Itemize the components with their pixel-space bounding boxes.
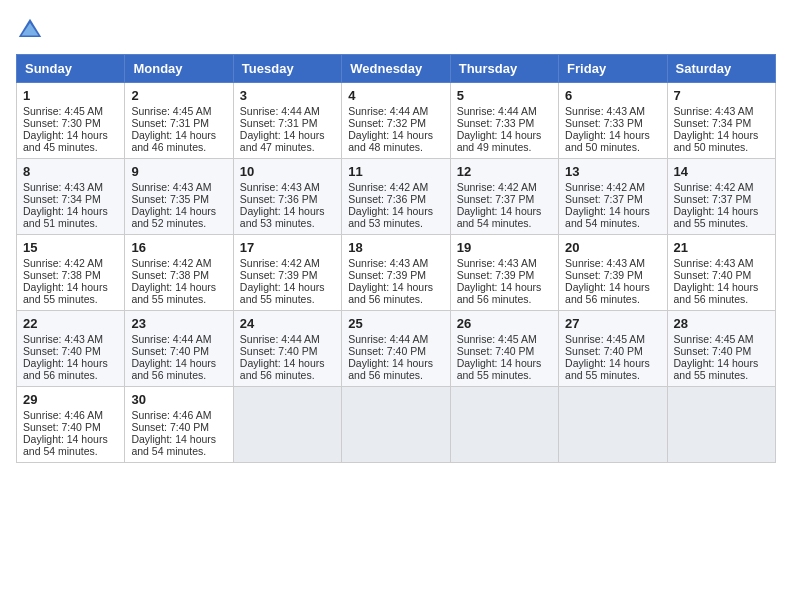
calendar-cell: 21Sunrise: 4:43 AMSunset: 7:40 PMDayligh… xyxy=(667,235,775,311)
day-number: 9 xyxy=(131,164,226,179)
sunrise-text: Sunrise: 4:44 AM xyxy=(240,333,335,345)
calendar-cell xyxy=(559,387,667,463)
daylight-text: Daylight: 14 hours and 56 minutes. xyxy=(565,281,660,305)
calendar-cell: 29Sunrise: 4:46 AMSunset: 7:40 PMDayligh… xyxy=(17,387,125,463)
day-number: 20 xyxy=(565,240,660,255)
calendar-cell: 24Sunrise: 4:44 AMSunset: 7:40 PMDayligh… xyxy=(233,311,341,387)
sunrise-text: Sunrise: 4:45 AM xyxy=(565,333,660,345)
sunrise-text: Sunrise: 4:44 AM xyxy=(240,105,335,117)
sunrise-text: Sunrise: 4:43 AM xyxy=(674,105,769,117)
day-number: 13 xyxy=(565,164,660,179)
sunset-text: Sunset: 7:31 PM xyxy=(131,117,226,129)
day-header-thursday: Thursday xyxy=(450,55,558,83)
sunrise-text: Sunrise: 4:45 AM xyxy=(674,333,769,345)
daylight-text: Daylight: 14 hours and 54 minutes. xyxy=(457,205,552,229)
sunrise-text: Sunrise: 4:44 AM xyxy=(348,333,443,345)
calendar-cell: 12Sunrise: 4:42 AMSunset: 7:37 PMDayligh… xyxy=(450,159,558,235)
sunrise-text: Sunrise: 4:42 AM xyxy=(240,257,335,269)
calendar: SundayMondayTuesdayWednesdayThursdayFrid… xyxy=(16,54,776,463)
calendar-cell xyxy=(667,387,775,463)
sunset-text: Sunset: 7:39 PM xyxy=(240,269,335,281)
day-number: 24 xyxy=(240,316,335,331)
calendar-cell xyxy=(342,387,450,463)
sunrise-text: Sunrise: 4:45 AM xyxy=(23,105,118,117)
day-number: 4 xyxy=(348,88,443,103)
day-number: 11 xyxy=(348,164,443,179)
calendar-cell: 1Sunrise: 4:45 AMSunset: 7:30 PMDaylight… xyxy=(17,83,125,159)
calendar-cell: 22Sunrise: 4:43 AMSunset: 7:40 PMDayligh… xyxy=(17,311,125,387)
sunrise-text: Sunrise: 4:42 AM xyxy=(348,181,443,193)
daylight-text: Daylight: 14 hours and 55 minutes. xyxy=(131,281,226,305)
sunset-text: Sunset: 7:39 PM xyxy=(348,269,443,281)
sunset-text: Sunset: 7:39 PM xyxy=(457,269,552,281)
sunrise-text: Sunrise: 4:46 AM xyxy=(23,409,118,421)
sunrise-text: Sunrise: 4:44 AM xyxy=(457,105,552,117)
calendar-cell: 27Sunrise: 4:45 AMSunset: 7:40 PMDayligh… xyxy=(559,311,667,387)
daylight-text: Daylight: 14 hours and 56 minutes. xyxy=(457,281,552,305)
calendar-cell: 18Sunrise: 4:43 AMSunset: 7:39 PMDayligh… xyxy=(342,235,450,311)
sunrise-text: Sunrise: 4:43 AM xyxy=(131,181,226,193)
day-number: 15 xyxy=(23,240,118,255)
sunrise-text: Sunrise: 4:46 AM xyxy=(131,409,226,421)
sunset-text: Sunset: 7:40 PM xyxy=(457,345,552,357)
day-header-tuesday: Tuesday xyxy=(233,55,341,83)
calendar-cell xyxy=(233,387,341,463)
day-header-friday: Friday xyxy=(559,55,667,83)
calendar-cell: 4Sunrise: 4:44 AMSunset: 7:32 PMDaylight… xyxy=(342,83,450,159)
calendar-week-1: 1Sunrise: 4:45 AMSunset: 7:30 PMDaylight… xyxy=(17,83,776,159)
calendar-cell: 13Sunrise: 4:42 AMSunset: 7:37 PMDayligh… xyxy=(559,159,667,235)
day-number: 8 xyxy=(23,164,118,179)
daylight-text: Daylight: 14 hours and 55 minutes. xyxy=(23,281,118,305)
sunset-text: Sunset: 7:36 PM xyxy=(240,193,335,205)
sunset-text: Sunset: 7:37 PM xyxy=(674,193,769,205)
sunset-text: Sunset: 7:31 PM xyxy=(240,117,335,129)
daylight-text: Daylight: 14 hours and 56 minutes. xyxy=(348,281,443,305)
sunset-text: Sunset: 7:32 PM xyxy=(348,117,443,129)
daylight-text: Daylight: 14 hours and 46 minutes. xyxy=(131,129,226,153)
daylight-text: Daylight: 14 hours and 53 minutes. xyxy=(348,205,443,229)
calendar-cell: 15Sunrise: 4:42 AMSunset: 7:38 PMDayligh… xyxy=(17,235,125,311)
sunrise-text: Sunrise: 4:43 AM xyxy=(348,257,443,269)
daylight-text: Daylight: 14 hours and 52 minutes. xyxy=(131,205,226,229)
sunset-text: Sunset: 7:34 PM xyxy=(674,117,769,129)
calendar-cell: 3Sunrise: 4:44 AMSunset: 7:31 PMDaylight… xyxy=(233,83,341,159)
daylight-text: Daylight: 14 hours and 55 minutes. xyxy=(674,357,769,381)
calendar-week-4: 22Sunrise: 4:43 AMSunset: 7:40 PMDayligh… xyxy=(17,311,776,387)
day-number: 12 xyxy=(457,164,552,179)
daylight-text: Daylight: 14 hours and 48 minutes. xyxy=(348,129,443,153)
calendar-cell: 17Sunrise: 4:42 AMSunset: 7:39 PMDayligh… xyxy=(233,235,341,311)
sunset-text: Sunset: 7:40 PM xyxy=(23,421,118,433)
daylight-text: Daylight: 14 hours and 56 minutes. xyxy=(674,281,769,305)
sunset-text: Sunset: 7:40 PM xyxy=(674,269,769,281)
day-number: 21 xyxy=(674,240,769,255)
daylight-text: Daylight: 14 hours and 55 minutes. xyxy=(457,357,552,381)
daylight-text: Daylight: 14 hours and 50 minutes. xyxy=(674,129,769,153)
calendar-cell: 16Sunrise: 4:42 AMSunset: 7:38 PMDayligh… xyxy=(125,235,233,311)
daylight-text: Daylight: 14 hours and 55 minutes. xyxy=(240,281,335,305)
sunset-text: Sunset: 7:34 PM xyxy=(23,193,118,205)
calendar-cell: 14Sunrise: 4:42 AMSunset: 7:37 PMDayligh… xyxy=(667,159,775,235)
sunset-text: Sunset: 7:35 PM xyxy=(131,193,226,205)
day-header-sunday: Sunday xyxy=(17,55,125,83)
day-number: 14 xyxy=(674,164,769,179)
calendar-week-5: 29Sunrise: 4:46 AMSunset: 7:40 PMDayligh… xyxy=(17,387,776,463)
sunset-text: Sunset: 7:40 PM xyxy=(674,345,769,357)
daylight-text: Daylight: 14 hours and 55 minutes. xyxy=(674,205,769,229)
day-number: 10 xyxy=(240,164,335,179)
calendar-cell: 26Sunrise: 4:45 AMSunset: 7:40 PMDayligh… xyxy=(450,311,558,387)
calendar-cell xyxy=(450,387,558,463)
sunrise-text: Sunrise: 4:44 AM xyxy=(131,333,226,345)
daylight-text: Daylight: 14 hours and 54 minutes. xyxy=(565,205,660,229)
day-number: 25 xyxy=(348,316,443,331)
sunrise-text: Sunrise: 4:42 AM xyxy=(131,257,226,269)
calendar-cell: 11Sunrise: 4:42 AMSunset: 7:36 PMDayligh… xyxy=(342,159,450,235)
daylight-text: Daylight: 14 hours and 49 minutes. xyxy=(457,129,552,153)
daylight-text: Daylight: 14 hours and 51 minutes. xyxy=(23,205,118,229)
day-number: 5 xyxy=(457,88,552,103)
day-number: 2 xyxy=(131,88,226,103)
day-number: 23 xyxy=(131,316,226,331)
sunrise-text: Sunrise: 4:44 AM xyxy=(348,105,443,117)
daylight-text: Daylight: 14 hours and 53 minutes. xyxy=(240,205,335,229)
day-number: 19 xyxy=(457,240,552,255)
sunrise-text: Sunrise: 4:43 AM xyxy=(23,181,118,193)
